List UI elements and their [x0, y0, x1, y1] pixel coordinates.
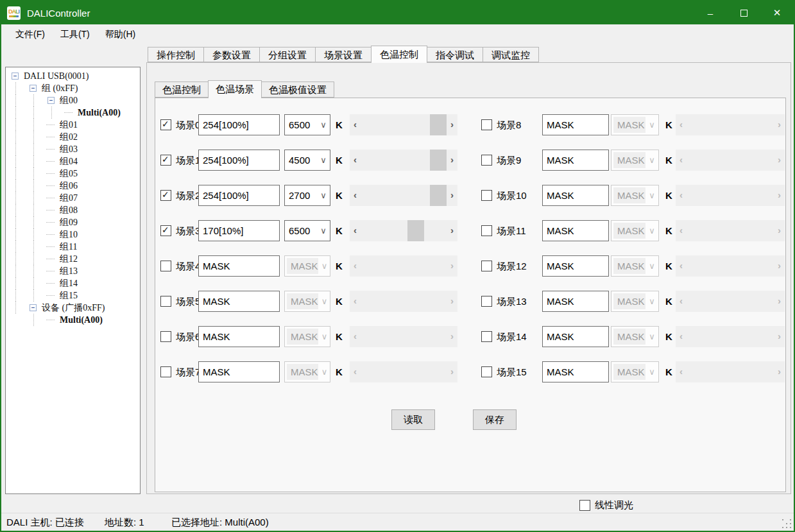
tree-node[interactable]: 组14: [9, 277, 140, 289]
dropdown-value: MASK: [613, 223, 645, 239]
maximize-button[interactable]: [727, 1, 760, 24]
tree-node-label: 组14: [57, 278, 78, 289]
read-button[interactable]: 读取: [391, 409, 435, 430]
tree-guide: [9, 228, 27, 241]
tree-guide: [9, 216, 27, 228]
tree-connector: [63, 107, 75, 119]
tree-node[interactable]: Multi(A00): [9, 107, 140, 119]
tree-connector: [45, 192, 57, 204]
linear-dimming-checkbox[interactable]: [579, 500, 590, 511]
scroll-right-arrow-icon: ›: [774, 220, 785, 241]
tree-node-label: 组11: [57, 241, 77, 253]
tab-1[interactable]: 参数设置: [203, 47, 260, 62]
tree-connector: [45, 131, 57, 143]
tree-node-label: 组15: [57, 290, 78, 302]
tree-node[interactable]: −设备 (广播0xFF): [9, 302, 140, 314]
tab-0[interactable]: 操作控制: [148, 47, 204, 62]
tree-guide: [27, 289, 45, 302]
tree-connector: [45, 289, 57, 302]
minimize-button[interactable]: –: [694, 1, 727, 24]
scene-level-input[interactable]: [542, 114, 609, 135]
tree-node[interactable]: −DALI USB(0001): [9, 70, 140, 82]
chevron-down-icon: ∨: [645, 332, 658, 341]
tab-5[interactable]: 指令调试: [427, 47, 483, 62]
tree-expander[interactable]: −: [27, 302, 39, 314]
scene-checkbox[interactable]: [481, 296, 492, 307]
tree-guide: [9, 131, 27, 143]
tab-2[interactable]: 分组设置: [259, 47, 316, 62]
tab-4[interactable]: 色温控制: [371, 46, 427, 63]
linear-dimming-option: 线性调光: [579, 498, 633, 512]
scene-checkbox[interactable]: [481, 155, 492, 166]
tree-guide: [27, 155, 45, 167]
collapse-icon[interactable]: −: [47, 97, 55, 104]
close-button[interactable]: ✕: [760, 1, 794, 24]
scene-level-input[interactable]: [542, 220, 609, 241]
tree-node[interactable]: 组09: [9, 216, 140, 228]
tab-3[interactable]: 场景设置: [315, 47, 372, 62]
tree-guide: [27, 204, 45, 216]
tree-node[interactable]: 组05: [9, 167, 140, 180]
scene-level-input[interactable]: [542, 291, 609, 312]
scene-checkbox[interactable]: [481, 331, 492, 342]
subtab-0[interactable]: 色温控制: [155, 82, 209, 98]
tree-expander[interactable]: −: [45, 94, 57, 107]
scene-checkbox[interactable]: [481, 190, 492, 201]
tree-node[interactable]: −组00: [9, 94, 140, 107]
scene-level-input[interactable]: [542, 185, 609, 206]
tree-node[interactable]: 组10: [9, 228, 140, 241]
color-temp-scrollbar: ‹›: [676, 185, 785, 206]
menu-item-0[interactable]: 文件(F): [8, 24, 53, 44]
tree-node[interactable]: 组12: [9, 253, 140, 265]
scroll-left-arrow-icon: ‹: [676, 255, 687, 277]
tree-node[interactable]: 组06: [9, 180, 140, 192]
collapse-icon[interactable]: −: [12, 73, 19, 80]
scene-checkbox[interactable]: [481, 119, 492, 130]
tree-node[interactable]: 组04: [9, 155, 140, 167]
dropdown-value: MASK: [613, 258, 645, 274]
scene-level-input[interactable]: [542, 255, 609, 277]
tree-connector: [45, 228, 57, 241]
tree-node[interactable]: 组07: [9, 192, 140, 204]
color-temp-dropdown: MASK∨: [611, 291, 659, 312]
tree-guide: [27, 216, 45, 228]
tree-node[interactable]: 组01: [9, 119, 140, 131]
kelvin-label: K: [665, 291, 672, 312]
tree-node[interactable]: 组02: [9, 131, 140, 143]
scene-checkbox[interactable]: [481, 366, 492, 377]
tree-guide: [9, 180, 27, 192]
scroll-right-arrow-icon: ›: [774, 361, 785, 382]
tree-node[interactable]: 组03: [9, 143, 140, 155]
tree-node[interactable]: Multi(A00): [9, 314, 140, 326]
tree-node-label: 组12: [57, 253, 78, 265]
scene-checkbox[interactable]: [481, 261, 492, 271]
menu-item-2[interactable]: 帮助(H): [98, 24, 143, 44]
tab-6[interactable]: 调试监控: [483, 47, 539, 62]
resize-grip-icon[interactable]: [782, 519, 791, 528]
save-button[interactable]: 保存: [473, 409, 517, 430]
tree-node-label: Multi(A00): [75, 108, 121, 118]
scene-row: 场景13MASK∨K‹›: [155, 291, 785, 312]
tree-node[interactable]: 组15: [9, 289, 140, 302]
tree-node[interactable]: −组 (0xFF): [9, 82, 140, 94]
subtab-1[interactable]: 色温场景: [208, 80, 262, 98]
collapse-icon[interactable]: −: [30, 85, 37, 92]
tree-guide: [9, 289, 27, 302]
scroll-left-arrow-icon: ‹: [676, 361, 687, 382]
scene-checkbox[interactable]: [481, 225, 492, 236]
color-temp-dropdown: MASK∨: [611, 150, 659, 171]
menu-item-1[interactable]: 工具(T): [53, 24, 98, 44]
dropdown-value: MASK: [613, 152, 645, 168]
tree-expander[interactable]: −: [27, 82, 39, 94]
scene-level-input[interactable]: [542, 326, 609, 347]
app-window: DALI DALIController – ✕ 文件(F)工具(T)帮助(H) …: [0, 0, 795, 532]
subtab-2[interactable]: 色温极值设置: [261, 82, 334, 98]
tree-node[interactable]: 组11: [9, 241, 140, 253]
collapse-icon[interactable]: −: [30, 304, 37, 311]
tree-node[interactable]: 组08: [9, 204, 140, 216]
scene-level-input[interactable]: [542, 150, 609, 171]
scene-level-input[interactable]: [542, 361, 609, 382]
tree-expander[interactable]: −: [9, 70, 21, 82]
tree-node-label: 组00: [57, 95, 78, 107]
tree-node[interactable]: 组13: [9, 265, 140, 277]
